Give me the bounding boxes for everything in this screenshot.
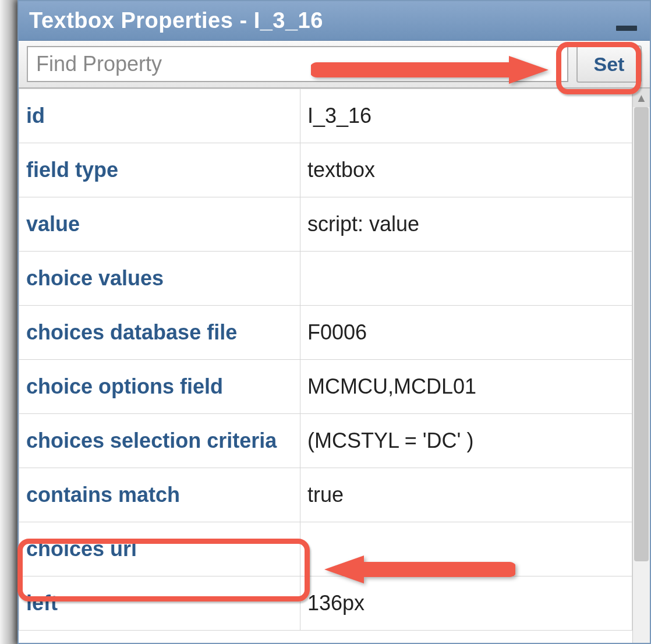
table-row[interactable]: id I_3_16 (19, 89, 632, 143)
table-row[interactable]: choice values (19, 252, 632, 306)
property-value[interactable]: F0006 (300, 306, 632, 360)
property-name: choice options field (19, 360, 300, 414)
table-row[interactable]: left 136px (19, 576, 632, 631)
minimize-icon (616, 26, 637, 31)
table-row[interactable]: field type textbox (19, 143, 632, 197)
property-name: choices selection criteria (19, 414, 300, 468)
find-property-input[interactable] (27, 46, 568, 82)
property-value[interactable]: textbox (300, 143, 632, 197)
vertical-scrollbar[interactable]: ▲ (632, 89, 650, 643)
property-name: choices database file (19, 306, 300, 360)
property-value[interactable]: 136px (300, 576, 632, 631)
property-name: left (19, 576, 300, 631)
properties-window: Textbox Properties - I_3_16 Set id I_3_1… (17, 0, 651, 644)
property-name: choice values (19, 252, 300, 306)
property-value[interactable] (300, 252, 632, 306)
minimize-button[interactable] (614, 11, 639, 31)
property-name: choices url (19, 522, 300, 576)
property-name: id (19, 89, 300, 143)
set-button[interactable]: Set (576, 45, 642, 83)
table-row[interactable]: choices selection criteria (MCSTYL = 'DC… (19, 414, 632, 468)
property-name: contains match (19, 468, 300, 522)
property-value[interactable]: script: value (300, 197, 632, 252)
property-name: field type (19, 143, 300, 197)
properties-table-wrapper: id I_3_16 field type textbox value scrip… (19, 89, 632, 643)
property-value[interactable]: MCMCU,MCDL01 (300, 360, 632, 414)
scroll-up-arrow-icon[interactable]: ▲ (633, 89, 650, 107)
title-bar[interactable]: Textbox Properties - I_3_16 (19, 1, 650, 41)
table-row[interactable]: choices database file F0006 (19, 306, 632, 360)
properties-table: id I_3_16 field type textbox value scrip… (19, 89, 632, 631)
property-value[interactable]: (MCSTYL = 'DC' ) (300, 414, 632, 468)
property-value[interactable]: I_3_16 (300, 89, 632, 143)
table-row[interactable]: choice options field MCMCU,MCDL01 (19, 360, 632, 414)
window-title: Textbox Properties - I_3_16 (29, 8, 323, 33)
toolbar: Set (19, 41, 650, 89)
scroll-track[interactable] (633, 107, 650, 643)
table-row[interactable]: value script: value (19, 197, 632, 252)
scroll-thumb[interactable] (634, 107, 649, 561)
table-row[interactable]: contains match true (19, 468, 632, 522)
property-name: value (19, 197, 300, 252)
property-value[interactable]: true (300, 468, 632, 522)
table-row[interactable]: choices url (19, 522, 632, 576)
property-value[interactable] (300, 522, 632, 576)
